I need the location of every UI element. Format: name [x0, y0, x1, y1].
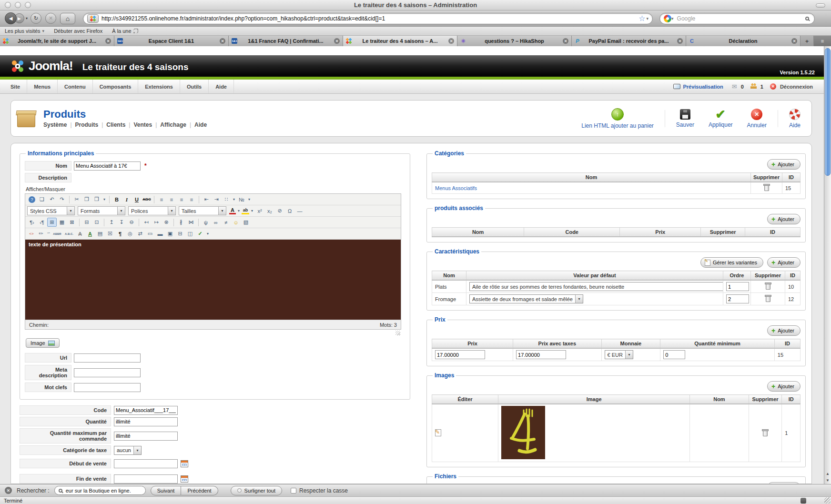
- blockquote-icon[interactable]: “”: [46, 230, 51, 238]
- indent-icon[interactable]: ⇥: [212, 195, 221, 204]
- link-icon[interactable]: ∞: [211, 218, 221, 227]
- highlight-caret-icon[interactable]: ▾: [250, 207, 254, 215]
- paste-icon[interactable]: ❒: [92, 195, 101, 204]
- spellcheck-icon[interactable]: ✓: [195, 230, 205, 238]
- insert-col-left-icon[interactable]: ↤: [142, 218, 151, 227]
- scroll-down-icon[interactable]: ▼: [824, 477, 831, 484]
- toolbar-toggle-icon[interactable]: [816, 3, 825, 8]
- vertical-scrollbar[interactable]: ▲ ▼: [824, 46, 831, 484]
- find-previous-button[interactable]: Précédent: [181, 486, 218, 495]
- url-bar[interactable]: http://s349921255.onlinehome.fr/administ…: [83, 13, 653, 24]
- site-identity-button[interactable]: [87, 14, 99, 23]
- outdent-icon[interactable]: ⇤: [202, 195, 211, 204]
- tab-hikashop-questions[interactable]: questions ? – HikaShop ✕: [457, 36, 572, 46]
- tax-category-select[interactable]: aucun ▾: [114, 446, 142, 455]
- search-placeholder[interactable]: Google: [677, 15, 805, 22]
- order-input[interactable]: [726, 294, 749, 303]
- toggle-editor-link[interactable]: Afficher/Masquer: [26, 186, 405, 192]
- rtl-icon[interactable]: ‹¶: [37, 218, 47, 227]
- name-input[interactable]: [74, 161, 141, 171]
- back-button[interactable]: ◀: [5, 12, 17, 24]
- menu-extensions[interactable]: Extensions: [138, 80, 180, 93]
- find-icon[interactable]: ◎: [125, 230, 135, 238]
- tab-espace-client[interactable]: Espace Client 1&1 ✕: [114, 36, 229, 46]
- cancel-button[interactable]: ✕ Annuler: [740, 108, 774, 129]
- delete-col-icon[interactable]: ⊗: [162, 218, 171, 227]
- font-color-caret-icon[interactable]: ▾: [236, 207, 241, 215]
- merge-cells-icon[interactable]: ⋈: [186, 218, 196, 227]
- new-document-icon[interactable]: ❏: [37, 195, 47, 204]
- cite-icon[interactable]: ▭: [145, 230, 155, 238]
- help-icon[interactable]: ?: [29, 196, 35, 203]
- bookmark-latest-headlines[interactable]: À la une: [112, 28, 138, 34]
- anchor-icon[interactable]: ψ: [201, 218, 211, 227]
- fonts-select[interactable]: Polices ▾: [128, 206, 176, 215]
- new-tab-button[interactable]: +: [801, 36, 814, 46]
- sale-start-input[interactable]: [114, 459, 178, 468]
- submenu-clients[interactable]: Clients: [106, 121, 125, 128]
- cleanup-icon[interactable]: ✏: [36, 230, 46, 238]
- add-image-button[interactable]: + Ajouter: [767, 381, 801, 392]
- menu-contenu[interactable]: Contenu: [58, 80, 93, 93]
- bullet-list-caret-icon[interactable]: ▾: [232, 195, 236, 204]
- sizes-select[interactable]: Tailles ▾: [179, 206, 226, 215]
- quantity-max-input[interactable]: [114, 432, 178, 441]
- find-next-button[interactable]: Suivant: [151, 486, 182, 495]
- characteristic-default-select[interactable]: Aile de rôtie sur ses pommes de terres f…: [469, 282, 723, 291]
- submenu-produits[interactable]: Produits: [75, 121, 99, 128]
- calendar-icon[interactable]: [181, 460, 188, 467]
- bold-icon[interactable]: B: [112, 195, 122, 204]
- align-right-icon[interactable]: ≡: [177, 195, 186, 204]
- calendar-icon[interactable]: [181, 475, 188, 483]
- tab-traiteur-admin[interactable]: Le traiteur des 4 saisons – A... ✕: [343, 36, 457, 46]
- close-icon[interactable]: ✕: [563, 38, 568, 44]
- tab-declaration[interactable]: Déclaration ✕: [686, 36, 801, 46]
- italic-icon[interactable]: I: [122, 195, 132, 204]
- deletion-icon[interactable]: A: [75, 230, 85, 238]
- trash-icon[interactable]: [763, 431, 768, 436]
- unlink-icon[interactable]: ≠: [221, 218, 231, 227]
- nonbreaking-icon[interactable]: ☒: [105, 230, 115, 238]
- numbered-list-icon[interactable]: №: [237, 195, 246, 204]
- menu-site[interactable]: Site: [4, 80, 27, 93]
- align-center-icon[interactable]: ≡: [167, 195, 176, 204]
- preview-link[interactable]: Prévisualisation: [673, 84, 723, 90]
- print-icon[interactable]: ⊟: [175, 230, 185, 238]
- insert-image-icon[interactable]: ▧: [241, 218, 251, 227]
- submenu-affichage[interactable]: Affichage: [160, 121, 186, 128]
- highlight-icon[interactable]: ab: [242, 208, 249, 214]
- horizontal-rule-icon[interactable]: —: [295, 207, 304, 215]
- copy-icon[interactable]: ❐: [82, 195, 91, 204]
- url-input[interactable]: [74, 353, 141, 363]
- match-case-checkbox[interactable]: [291, 488, 296, 494]
- tab-1and1-faq[interactable]: 1&1 France FAQ | Confirmati... ✕: [229, 36, 343, 46]
- insert-layer-icon[interactable]: ▬: [155, 230, 165, 238]
- bullet-list-icon[interactable]: ∷: [222, 195, 231, 204]
- quantity-input[interactable]: [114, 417, 178, 426]
- close-icon[interactable]: ✕: [105, 38, 111, 44]
- reload-button[interactable]: ↻: [30, 13, 41, 24]
- paste-caret-icon[interactable]: ▾: [102, 195, 107, 204]
- submenu-ventes[interactable]: Ventes: [133, 121, 152, 128]
- insert-col-right-icon[interactable]: ↦: [152, 218, 161, 227]
- resize-grip[interactable]: [824, 497, 831, 504]
- table-properties-icon[interactable]: ▦: [57, 218, 67, 227]
- price-tax-input[interactable]: [516, 350, 566, 359]
- trash-icon[interactable]: [766, 296, 770, 302]
- numbered-list-caret-icon[interactable]: ▾: [247, 195, 252, 204]
- order-input[interactable]: [726, 282, 749, 291]
- delete-table-icon[interactable]: ⊠: [67, 218, 77, 227]
- bookmark-caret-icon[interactable]: ▾: [646, 16, 649, 21]
- sale-end-input[interactable]: [114, 474, 178, 484]
- mail-icon[interactable]: ✉: [732, 83, 737, 90]
- close-find-bar-icon[interactable]: ✕: [5, 487, 12, 494]
- scroll-up-icon[interactable]: ▲: [824, 470, 831, 477]
- close-icon[interactable]: ✕: [677, 38, 683, 44]
- history-caret-icon[interactable]: ▾: [26, 16, 28, 20]
- bookmark-most-visited[interactable]: Les plus visités ▾: [5, 28, 44, 34]
- find-replace-icon[interactable]: ⇄: [135, 230, 145, 238]
- ltr-icon[interactable]: ¶›: [27, 218, 37, 227]
- close-icon[interactable]: ✕: [448, 38, 454, 44]
- row-properties-icon[interactable]: ⊟: [82, 218, 91, 227]
- align-left-icon[interactable]: ≡: [157, 195, 166, 204]
